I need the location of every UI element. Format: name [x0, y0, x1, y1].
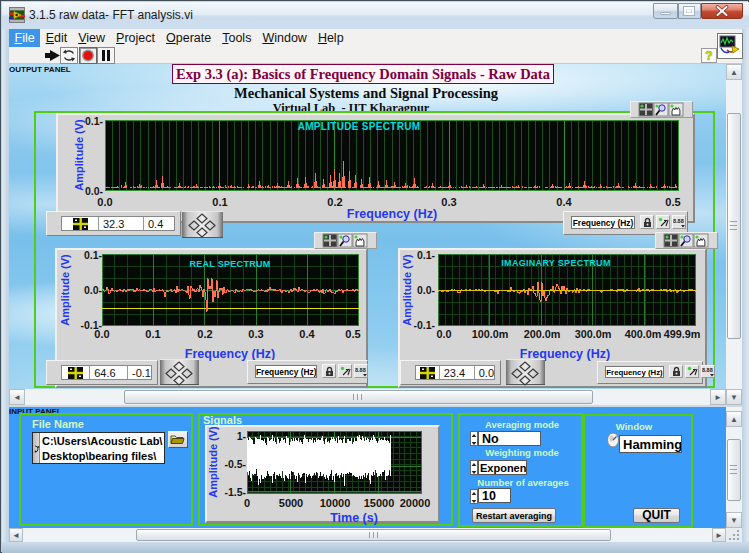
svg-text:8.88: 8.88 [355, 367, 366, 373]
svg-text:8.88: 8.88 [702, 367, 713, 373]
svg-text:8.88: 8.88 [673, 218, 684, 224]
